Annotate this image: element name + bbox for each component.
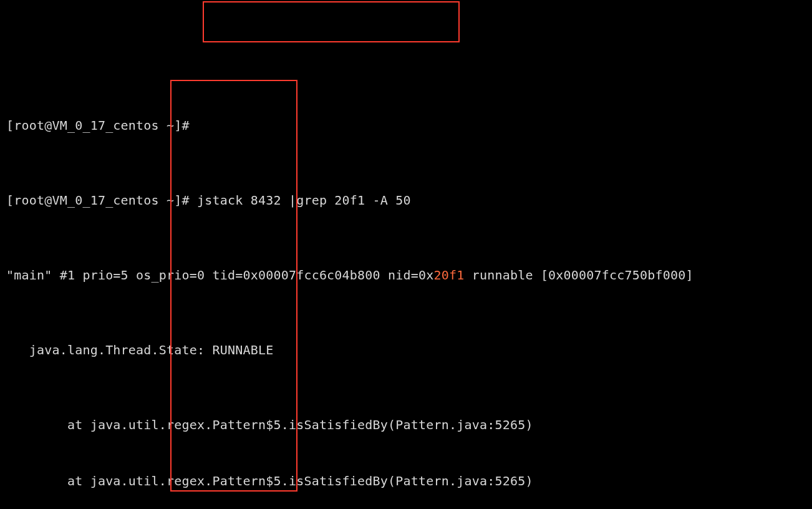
shell-command: jstack 8432 |grep 20f1 -A 50 bbox=[197, 193, 411, 208]
thread-header-suffix: runnable [0x00007fcc750bf000] bbox=[464, 268, 693, 283]
thread-header: "main" #1 prio=5 os_prio=0 tid=0x00007fc… bbox=[6, 266, 806, 284]
highlight-box-command bbox=[203, 1, 460, 42]
stack-frame: at java.util.regex.Pattern$5.isSatisfied… bbox=[6, 472, 806, 490]
terminal-output[interactable]: [root@VM_0_17_centos ~]# [root@VM_0_17_c… bbox=[0, 0, 812, 509]
thread-state: java.lang.Thread.State: RUNNABLE bbox=[6, 341, 806, 359]
stack-frame: at java.util.regex.Pattern$5.isSatisfied… bbox=[6, 415, 806, 434]
thread-header-prefix: "main" #1 prio=5 os_prio=0 tid=0x00007fc… bbox=[6, 268, 434, 283]
thread-nid-highlight: 20f1 bbox=[434, 268, 465, 283]
shell-prompt: [root@VM_0_17_centos ~]# bbox=[6, 193, 197, 208]
shell-prompt: [root@VM_0_17_centos ~]# bbox=[6, 118, 190, 133]
